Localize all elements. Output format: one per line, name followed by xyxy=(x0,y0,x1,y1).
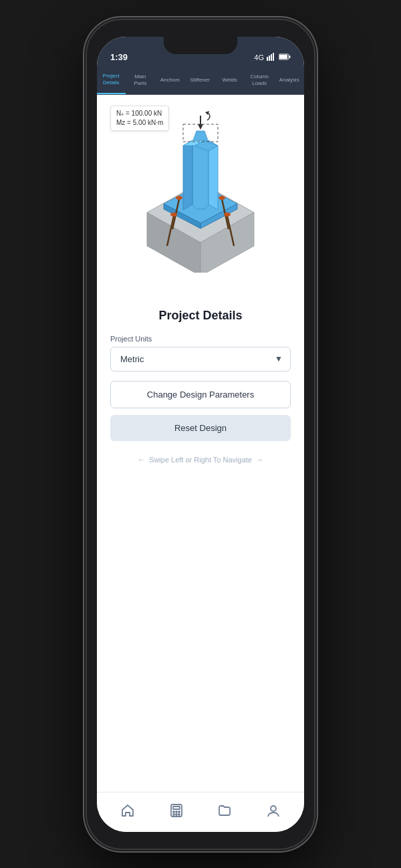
tab-welds[interactable]: Welds xyxy=(215,66,245,94)
units-select[interactable]: Metric Imperial xyxy=(110,347,291,372)
svg-rect-2 xyxy=(271,54,272,61)
tab-column-loads[interactable]: Column Loads xyxy=(245,66,275,94)
svg-point-32 xyxy=(173,811,174,813)
svg-rect-1 xyxy=(269,55,270,61)
home-icon xyxy=(120,803,135,821)
svg-rect-5 xyxy=(289,55,291,58)
force-nx: Nₓ = 100.00 kN xyxy=(116,109,163,118)
svg-point-36 xyxy=(176,814,177,815)
svg-marker-23 xyxy=(209,140,218,210)
force-label: Nₓ = 100.00 kN Mz = 5.00 kN·m xyxy=(110,106,169,131)
svg-point-38 xyxy=(271,806,276,811)
tab-stiffener[interactable]: Stiffener xyxy=(185,66,215,94)
swipe-hint: ← Swipe Left or Right To Navigate → xyxy=(110,448,291,468)
status-time: 1:39 xyxy=(110,52,128,62)
battery-icon xyxy=(279,53,291,61)
visualization-area: Nₓ = 100.00 kN Mz = 5.00 kN·m xyxy=(97,95,304,295)
arrow-right-icon: → xyxy=(256,456,263,464)
bottom-nav-folder[interactable] xyxy=(200,799,249,825)
svg-point-20 xyxy=(219,196,225,200)
tab-anchors[interactable]: Anchors xyxy=(155,66,185,94)
tab-project-details[interactable]: Project Details xyxy=(97,66,126,94)
svg-point-17 xyxy=(170,212,177,216)
form-section: Project Details Project Units Metric Imp… xyxy=(97,295,304,792)
change-design-params-button[interactable]: Change Design Parameters xyxy=(110,381,291,408)
network-indicator: 4G xyxy=(254,53,264,61)
bottom-nav xyxy=(97,792,304,832)
calculator-icon xyxy=(169,803,184,821)
notch xyxy=(164,37,237,54)
bottom-nav-home[interactable] xyxy=(104,799,152,825)
phone-screen: 1:39 4G xyxy=(97,37,304,832)
svg-point-35 xyxy=(173,814,174,815)
svg-point-18 xyxy=(224,212,231,216)
svg-marker-22 xyxy=(183,140,192,210)
phone-frame: 1:39 4G xyxy=(87,20,314,849)
units-select-wrapper: Metric Imperial ▼ xyxy=(110,347,291,372)
tab-analysis[interactable]: Analysis xyxy=(274,66,304,94)
folder-icon xyxy=(217,803,232,821)
swipe-hint-text: Swipe Left or Right To Navigate xyxy=(149,456,252,464)
arrow-left-icon: ← xyxy=(138,456,145,464)
svg-point-19 xyxy=(176,196,182,200)
profile-icon xyxy=(266,803,281,821)
units-label: Project Units xyxy=(110,335,291,343)
reset-design-button[interactable]: Reset Design xyxy=(110,415,291,441)
svg-point-33 xyxy=(176,811,177,813)
svg-rect-0 xyxy=(267,57,268,61)
svg-point-37 xyxy=(178,814,180,815)
force-mz: Mz = 5.00 kN·m xyxy=(116,118,163,128)
svg-rect-3 xyxy=(273,53,274,61)
svg-rect-31 xyxy=(173,807,180,809)
signal-icon xyxy=(267,53,276,62)
section-title: Project Details xyxy=(110,309,291,323)
main-content: Nₓ = 100.00 kN Mz = 5.00 kN·m xyxy=(97,95,304,792)
bottom-nav-calculator[interactable] xyxy=(152,799,201,825)
tab-main-parts[interactable]: Main Parts xyxy=(126,66,156,94)
svg-marker-28 xyxy=(198,124,203,130)
status-icons: 4G xyxy=(254,53,291,62)
svg-point-34 xyxy=(178,811,180,813)
bottom-nav-profile[interactable] xyxy=(249,799,298,825)
svg-rect-6 xyxy=(279,55,287,59)
tab-bar: Project Details Main Parts Anchors Stiff… xyxy=(97,66,304,95)
